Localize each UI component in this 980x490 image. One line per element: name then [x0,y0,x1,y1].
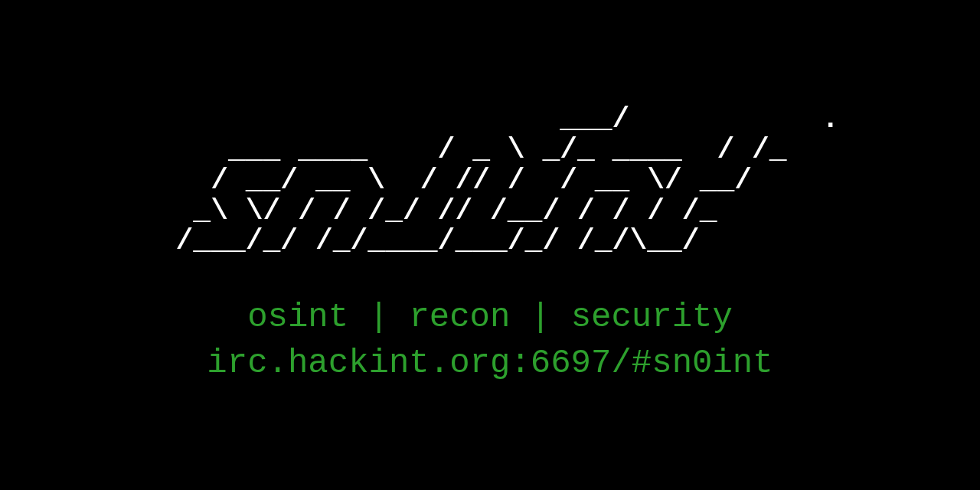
separator: | [510,298,570,336]
tag-osint: osint [247,298,348,336]
tagline-block: osint | recon | security irc.hackint.org… [207,295,773,386]
tag-security: security [571,298,733,336]
tag-recon: recon [409,298,510,336]
ascii-logo: ___/ . ___ ____ / _ \ _/_ ____ / /_ / __… [141,104,839,256]
tags-line: osint | recon | security [207,295,773,340]
irc-address: irc.hackint.org:6697/#sn0int [207,341,773,386]
separator: | [348,298,409,336]
